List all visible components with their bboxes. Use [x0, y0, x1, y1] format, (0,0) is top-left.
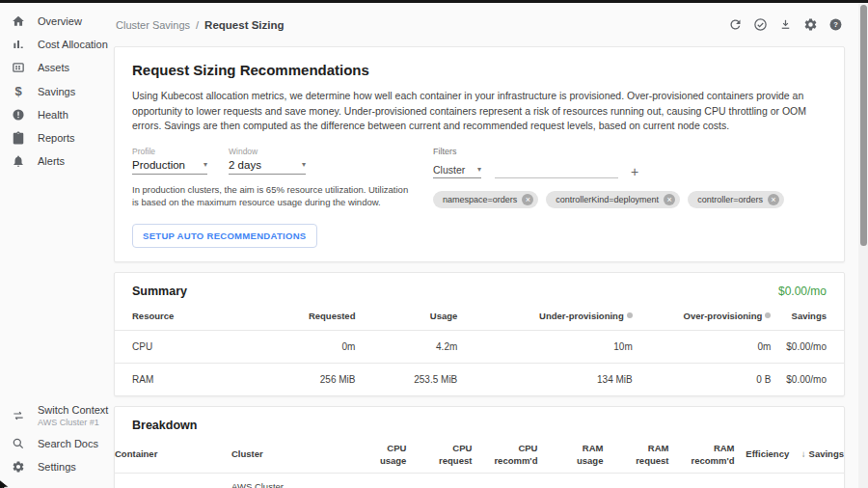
profile-helper-text: In production clusters, the aim is 65% r… — [132, 183, 414, 209]
summary-total-savings: $0.00/mo — [778, 285, 827, 298]
filter-value-input[interactable] — [495, 164, 618, 178]
app-root: Overview Cost Allocation Assets $ Saving… — [0, 0, 868, 488]
scrollbar-thumb[interactable] — [860, 5, 867, 246]
refresh-icon — [728, 17, 743, 32]
col-container[interactable]: Container — [115, 436, 231, 474]
breakdown-card: Breakdown Container Cluster CPUusage CPU… — [114, 406, 845, 488]
sidebar-item-switch-context[interactable]: Switch Context AWS Cluster #1 — [0, 399, 106, 432]
sidebar-item-label: Search Docs — [38, 438, 98, 449]
breadcrumb-separator: / — [196, 19, 199, 31]
swap-arrows-icon — [12, 409, 25, 422]
download-button[interactable] — [777, 17, 793, 33]
breakdown-table: Container Cluster CPUusage CPUrequest CP… — [115, 436, 844, 488]
col-cpu-recommended[interactable]: CPUrecomm'd — [472, 436, 537, 474]
profile-label: Profile — [132, 147, 207, 156]
col-cluster[interactable]: Cluster — [231, 436, 340, 474]
close-icon[interactable]: × — [664, 194, 675, 205]
col-cpu-usage[interactable]: CPUusage — [340, 436, 406, 474]
info-icon[interactable] — [765, 312, 771, 318]
sidebar-item-label: Overview — [38, 15, 82, 27]
sidebar-item-settings[interactable]: Settings — [0, 455, 106, 478]
sidebar-item-reports[interactable]: Reports — [0, 126, 106, 149]
controls-row: Profile Production ▾ Window 2 days — [132, 147, 827, 209]
col-ram-usage[interactable]: RAMusage — [537, 436, 603, 474]
sidebar-item-assets[interactable]: Assets — [0, 56, 106, 79]
refresh-button[interactable] — [727, 17, 743, 33]
scrollbar-track[interactable] — [858, 3, 868, 488]
main-area: Cluster Savings / Request Sizing ? Reque… — [106, 3, 868, 488]
settings-button[interactable] — [802, 17, 818, 33]
svg-text:?: ? — [833, 20, 838, 29]
cluster-cell: AWS Cluster #1/cluster-one — [231, 473, 340, 488]
current-cluster-label: AWS Cluster #1 — [38, 418, 108, 427]
profile-select[interactable]: Production ▾ — [132, 159, 207, 175]
gear-icon — [12, 460, 25, 474]
health-alert-icon — [12, 108, 25, 122]
bell-icon — [12, 154, 25, 168]
content-cards: Request Sizing Recommendations Using Kub… — [106, 46, 868, 488]
page-title: Request Sizing Recommendations — [132, 62, 827, 78]
col-efficiency[interactable]: Efficiency — [735, 436, 790, 474]
setup-auto-recommendations-button[interactable]: SETUP AUTO RECOMMENDATIONS — [132, 224, 317, 248]
table-row: CPU 0m 4.2m 10m 0m $0.00/mo — [115, 330, 844, 363]
summary-table: Resource Requested Usage Under-provision… — [115, 302, 844, 395]
help-button[interactable]: ? — [827, 17, 843, 33]
sidebar-item-alerts[interactable]: Alerts — [0, 149, 106, 173]
sidebar-item-cost-allocation[interactable]: Cost Allocation — [0, 33, 106, 56]
sidebar-item-label: Assets — [38, 62, 69, 73]
page-description: Using Kubecost allocation metrics, we de… — [132, 89, 827, 134]
request-sizing-card: Request Sizing Recommendations Using Kub… — [114, 46, 845, 262]
summary-title: Summary — [132, 285, 187, 298]
home-icon — [12, 14, 25, 28]
help-icon: ? — [828, 17, 843, 32]
col-ram-recommended[interactable]: RAMrecomm'd — [669, 436, 735, 474]
close-icon[interactable]: × — [522, 194, 533, 205]
window-label: Window — [229, 147, 306, 156]
sidebar-bottom: Switch Context AWS Cluster #1 Search Doc… — [0, 399, 106, 478]
sidebar-item-overview[interactable]: Overview — [0, 10, 106, 33]
sort-down-icon: ↓ — [801, 448, 806, 459]
filter-chip: controller=orders × — [688, 191, 784, 208]
close-icon[interactable]: × — [768, 194, 779, 205]
download-icon — [778, 17, 793, 32]
health-check-button[interactable] — [752, 17, 768, 33]
chevron-down-icon: ▾ — [477, 165, 481, 174]
profile-select-group: Profile Production ▾ — [132, 147, 207, 175]
assets-icon — [12, 61, 25, 74]
col-requested: Requested — [260, 302, 355, 331]
breakdown-title: Breakdown — [132, 419, 197, 432]
table-row[interactable]: orders/orders:orders AWS Cluster #1/clus… — [115, 473, 844, 488]
sidebar-item-search-docs[interactable]: Search Docs — [0, 432, 106, 455]
col-cpu-request[interactable]: CPUrequest — [406, 436, 472, 474]
col-resource: Resource — [115, 302, 260, 331]
sidebar-item-health[interactable]: Health — [0, 103, 106, 126]
info-icon[interactable] — [627, 312, 633, 318]
gear-icon — [803, 17, 818, 32]
filters-label: Filters — [433, 147, 827, 156]
container-cell: orders/orders:orders — [115, 473, 231, 488]
breadcrumb-parent[interactable]: Cluster Savings — [116, 19, 190, 31]
switch-context-label: Switch Context — [38, 404, 108, 416]
chevron-down-icon: ▾ — [302, 160, 306, 169]
col-ram-request[interactable]: RAMrequest — [603, 436, 668, 474]
chevron-down-icon: ▾ — [203, 160, 207, 169]
check-circle-icon — [753, 17, 768, 32]
sidebar-item-label: Settings — [38, 461, 76, 473]
sidebar-item-savings[interactable]: $ Savings — [0, 79, 106, 103]
filters-section: Filters Cluster ▾ + namespace=orders — [433, 147, 827, 209]
topbar-actions: ? — [727, 17, 843, 33]
sidebar-item-label: Cost Allocation — [38, 39, 108, 50]
col-under-provisioning: Under-provisioning — [457, 302, 632, 331]
filter-chip: namespace=orders × — [433, 191, 538, 208]
search-icon — [12, 437, 25, 450]
col-savings-sorted[interactable]: ↓Savings — [789, 436, 844, 474]
col-over-provisioning: Over-provisioning — [633, 302, 772, 331]
breadcrumb-current: Request Sizing — [204, 19, 284, 31]
filter-type-select[interactable]: Cluster ▾ — [433, 164, 481, 178]
bar-chart-icon — [12, 38, 25, 51]
window-select[interactable]: 2 days ▾ — [229, 159, 306, 175]
add-filter-button[interactable]: + — [631, 165, 638, 178]
filter-chips: namespace=orders × controllerKind=deploy… — [433, 191, 827, 208]
sidebar-item-label: Reports — [38, 132, 75, 144]
sidebar-item-label: Alerts — [38, 155, 65, 167]
